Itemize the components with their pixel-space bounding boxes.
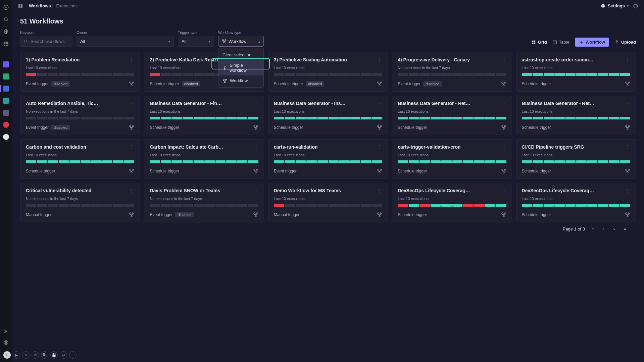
- nav-item-workflows[interactable]: [3, 85, 9, 92]
- svg-point-21: [222, 40, 224, 41]
- nav-item-7[interactable]: [3, 134, 9, 140]
- footer-play-icon[interactable]: ▶: [13, 351, 20, 359]
- search-input[interactable]: [31, 39, 69, 44]
- owner-select[interactable]: All ▾: [77, 36, 174, 47]
- card-more-button[interactable]: ⋮: [130, 101, 134, 106]
- exec-segment: [609, 160, 620, 163]
- tab-workflows[interactable]: Workflows: [29, 3, 51, 8]
- card-more-button[interactable]: ⋮: [130, 57, 134, 62]
- workflow-card[interactable]: Demo Workflow for MS Teams ⋮ Last 10 exe…: [268, 183, 388, 222]
- workflow-card[interactable]: Davis Problem SNOW or Teams ⋮ No executi…: [144, 183, 264, 222]
- card-more-button[interactable]: ⋮: [626, 144, 630, 150]
- workflow-card[interactable]: Carbon Impact: Calculate Carbon ⋮ Last 1…: [144, 139, 264, 179]
- exec-bar: [522, 73, 630, 76]
- exec-segment: [598, 73, 608, 76]
- workflow-card[interactable]: carts-run-validation ⋮ Last 10 execution…: [268, 139, 388, 179]
- dropdown-workflow[interactable]: Workflow: [218, 75, 263, 86]
- exec-segment: [496, 204, 506, 207]
- footer-block-icon[interactable]: ⊘: [60, 351, 67, 359]
- card-more-button[interactable]: ⋮: [130, 188, 134, 193]
- workflow-card[interactable]: Business Data Generator - Financi... ⋮ L…: [144, 96, 264, 135]
- workflow-card[interactable]: DevSecOps Lifecycle Coverage wit... ⋮ La…: [392, 183, 512, 222]
- nav-item-6[interactable]: [3, 121, 9, 128]
- type-select[interactable]: Workflow ▴: [218, 36, 264, 47]
- search-input-wrap[interactable]: [20, 36, 72, 47]
- workflow-icon: [625, 168, 630, 174]
- workflow-card[interactable]: CI/CD Pipeline triggers SRG ⋮ Last 10 ex…: [516, 139, 636, 179]
- upload-button[interactable]: Upload: [614, 40, 636, 45]
- workflow-card[interactable]: DevSecOps Lifecycle Coverage wit... ⋮ La…: [516, 183, 636, 222]
- workflow-card[interactable]: 3) Predictive Scaling Automation ⋮ Last …: [268, 52, 388, 92]
- card-trigger: Schedule trigger: [398, 169, 427, 173]
- trigger-select[interactable]: All ▾: [178, 36, 214, 47]
- tab-executions[interactable]: Executions: [56, 3, 78, 8]
- card-more-button[interactable]: ⋮: [378, 188, 382, 193]
- card-more-button[interactable]: ⋮: [378, 101, 382, 106]
- card-more-button[interactable]: ⋮: [502, 188, 506, 193]
- explore-icon[interactable]: [3, 28, 9, 35]
- page-prev-button[interactable]: ‹: [600, 226, 606, 231]
- exec-segment: [26, 73, 36, 76]
- card-title: 2) Predictive Kafka Disk Resizing: [150, 57, 224, 62]
- exec-segment: [544, 117, 554, 119]
- cards-area: 1) Problem Remediation ⋮ Last 10 executi…: [12, 47, 644, 362]
- view-grid-button[interactable]: Grid: [531, 40, 547, 45]
- workflow-card[interactable]: Business Data Generator - Insuran... ⋮ L…: [268, 96, 388, 135]
- card-more-button[interactable]: ⋮: [130, 144, 134, 150]
- nav-item-4[interactable]: [3, 97, 9, 104]
- apps-icon[interactable]: [3, 40, 9, 47]
- workflow-card[interactable]: carts-trigger-validation-cron ⋮ Last 10 …: [392, 139, 512, 179]
- page-next-button[interactable]: ›: [611, 226, 617, 231]
- exec-segment: [565, 73, 576, 76]
- user-avatar[interactable]: C: [3, 351, 11, 359]
- page-last-button[interactable]: »: [622, 226, 628, 231]
- footer-copy-icon[interactable]: ⧉: [32, 351, 39, 359]
- workflow-card[interactable]: Critical vulnerability detected ⋮ No exe…: [20, 183, 140, 222]
- exec-segment: [296, 204, 306, 207]
- card-more-button[interactable]: ⋮: [626, 101, 630, 106]
- search-icon[interactable]: [3, 16, 9, 23]
- card-more-button[interactable]: ⋮: [626, 57, 630, 62]
- footer-more-icon[interactable]: ⋯: [69, 351, 77, 359]
- dropdown-simple-workflow[interactable]: Simple workflow: [218, 60, 263, 75]
- nav-item-1[interactable]: [3, 61, 9, 68]
- dropdown-clear[interactable]: Clear selection: [218, 50, 263, 60]
- card-more-button[interactable]: ⋮: [254, 188, 258, 193]
- card-trigger: Schedule trigger disabled: [150, 81, 200, 87]
- card-more-button[interactable]: ⋮: [254, 144, 258, 150]
- svg-rect-3: [4, 42, 5, 43]
- expand-sidebar-icon[interactable]: [3, 328, 9, 334]
- workflow-card[interactable]: Auto Remediation Ansible, Ticketi... ⋮ N…: [20, 96, 140, 135]
- footer-edit-icon[interactable]: ✎: [22, 351, 30, 359]
- page-first-button[interactable]: «: [590, 226, 596, 231]
- nav-item-5[interactable]: [3, 109, 9, 116]
- card-more-button[interactable]: ⋮: [378, 144, 382, 150]
- footer-save-icon[interactable]: 💾: [50, 351, 58, 359]
- account-icon[interactable]: [3, 339, 9, 346]
- card-more-button[interactable]: ⋮: [378, 57, 382, 62]
- workflow-card[interactable]: Carbon and cost validation ⋮ Last 10 exe…: [20, 139, 140, 179]
- footer-search-icon[interactable]: 🔍: [41, 351, 48, 359]
- add-workflow-button[interactable]: Workflow: [575, 38, 609, 47]
- workflow-card[interactable]: astroshop-create-order-summaries ⋮ Last …: [516, 52, 636, 92]
- help-icon[interactable]: [633, 3, 639, 9]
- card-more-button[interactable]: ⋮: [626, 188, 630, 193]
- logo-icon[interactable]: [3, 4, 9, 11]
- app-icon[interactable]: [17, 3, 23, 9]
- nav-item-2[interactable]: [3, 73, 9, 80]
- svg-point-65: [132, 169, 134, 170]
- workflow-card[interactable]: 4) Progressive Delivery - Canary ⋮ No ex…: [392, 52, 512, 92]
- card-more-button[interactable]: ⋮: [502, 57, 506, 62]
- view-table-button[interactable]: Table: [552, 40, 569, 45]
- svg-point-54: [255, 128, 256, 130]
- workflow-card[interactable]: Business Data Generator - Retail -... ⋮ …: [516, 96, 636, 135]
- settings-button[interactable]: Settings ▾: [600, 3, 629, 9]
- card-trigger-label: Schedule trigger: [398, 125, 427, 130]
- card-more-button[interactable]: ⋮: [502, 101, 506, 106]
- card-more-button[interactable]: ⋮: [254, 101, 258, 106]
- workflow-card[interactable]: Business Data Generator - Retail -... ⋮ …: [392, 96, 512, 135]
- svg-rect-15: [21, 4, 22, 6]
- workflow-card[interactable]: 1) Problem Remediation ⋮ Last 10 executi…: [20, 52, 140, 92]
- card-more-button[interactable]: ⋮: [502, 144, 506, 150]
- svg-point-18: [602, 5, 604, 7]
